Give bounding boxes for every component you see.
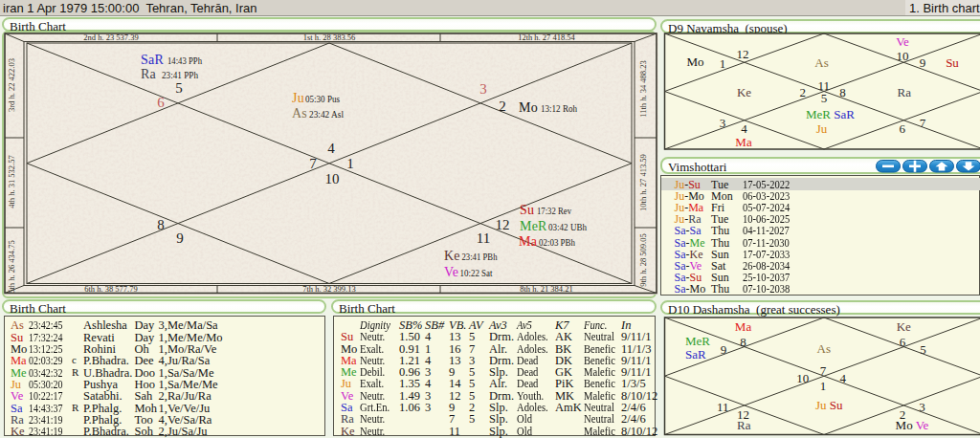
svg-text:2: 2 — [499, 99, 506, 114]
svg-text:As: As — [814, 55, 828, 70]
svg-text:6: 6 — [900, 335, 906, 349]
svg-text:1: 1 — [346, 156, 354, 171]
svg-text:11th h. 34 488.23: 11th h. 34 488.23 — [638, 60, 648, 117]
svg-text:Ve: Ve — [444, 265, 458, 279]
svg-text:23:42 Asl: 23:42 Asl — [309, 109, 344, 120]
svg-text:SaR: SaR — [685, 347, 706, 361]
svg-text:10: 10 — [897, 49, 909, 63]
svg-text:1: 1 — [820, 379, 827, 393]
svg-text:As: As — [817, 341, 831, 356]
svg-text:17:32 Rev: 17:32 Rev — [537, 206, 571, 216]
svg-text:Mo: Mo — [519, 100, 538, 115]
svg-text:03:42 UBh: 03:42 UBh — [548, 222, 587, 232]
svg-text:3: 3 — [720, 116, 726, 130]
svg-text:Ju: Ju — [816, 121, 828, 136]
svg-text:8: 8 — [839, 85, 846, 99]
svg-text:Ke: Ke — [737, 85, 751, 99]
svg-text:11: 11 — [477, 230, 490, 246]
svg-text:MeR: MeR — [520, 219, 547, 233]
svg-text:8: 8 — [740, 335, 746, 349]
svg-text:Ve: Ve — [896, 34, 909, 49]
svg-text:12: 12 — [496, 217, 510, 232]
svg-text:Su: Su — [520, 203, 534, 217]
svg-text:7: 7 — [309, 156, 317, 171]
svg-text:5: 5 — [821, 91, 828, 105]
svg-text:5th h. 26 434.75: 5th h. 26 434.75 — [7, 240, 16, 294]
svg-text:4: 4 — [840, 371, 847, 385]
svg-text:Ju: Ju — [292, 91, 304, 105]
svg-text:02:03 PBh: 02:03 PBh — [539, 237, 575, 248]
svg-text:7th h. 32 399.13: 7th h. 32 399.13 — [302, 284, 356, 294]
svg-text:Ma: Ma — [735, 319, 752, 334]
svg-text:1: 1 — [720, 56, 726, 71]
svg-text:Ju Su: Ju Su — [815, 398, 843, 412]
svg-text:SaR: SaR — [141, 53, 164, 67]
svg-text:4: 4 — [741, 121, 747, 136]
svg-text:23:41 PPh: 23:41 PPh — [162, 70, 198, 80]
svg-text:5: 5 — [175, 80, 183, 96]
svg-text:Su: Su — [946, 55, 959, 70]
svg-text:10:22 Sat: 10:22 Sat — [460, 268, 493, 278]
svg-text:9th h. 28 509.05: 9th h. 28 509.05 — [638, 233, 648, 287]
svg-text:05:30 Pus: 05:30 Pus — [305, 94, 340, 104]
svg-text:Ra: Ra — [897, 85, 911, 99]
svg-text:1st h. 28 383.56: 1st h. 28 383.56 — [303, 33, 356, 42]
svg-text:8th h. 21 384.21: 8th h. 21 384.21 — [520, 284, 573, 294]
svg-text:Ra: Ra — [141, 67, 157, 81]
svg-text:MeR: MeR — [685, 334, 710, 348]
svg-text:Mo: Mo — [686, 55, 703, 69]
svg-text:13:12 Roh: 13:12 Roh — [541, 103, 577, 114]
svg-text:2nd h. 23 537.39: 2nd h. 23 537.39 — [83, 33, 138, 42]
svg-text:Ra: Ra — [737, 418, 751, 432]
svg-text:3: 3 — [479, 81, 487, 97]
svg-text:10: 10 — [796, 371, 809, 385]
svg-text:4: 4 — [327, 141, 335, 156]
svg-text:Ke: Ke — [897, 319, 911, 334]
svg-text:8: 8 — [157, 217, 165, 232]
svg-text:9: 9 — [176, 230, 184, 246]
svg-text:6: 6 — [899, 121, 905, 136]
svg-text:4th h. 31 532.57: 4th h. 31 532.57 — [7, 155, 16, 208]
svg-text:11: 11 — [717, 400, 729, 414]
svg-text:As: As — [292, 106, 307, 120]
svg-text:3rd h. 22 422.03: 3rd h. 22 422.03 — [7, 58, 16, 112]
svg-text:23:41 PBh: 23:41 PBh — [462, 252, 498, 262]
svg-text:Ma: Ma — [519, 234, 538, 249]
svg-text:12: 12 — [737, 47, 749, 61]
svg-text:7: 7 — [920, 116, 926, 130]
svg-text:MeR SaR: MeR SaR — [806, 107, 855, 121]
svg-text:6: 6 — [157, 95, 165, 110]
svg-text:Ke: Ke — [444, 249, 460, 263]
svg-text:6th h. 38 577.79: 6th h. 38 577.79 — [84, 284, 138, 294]
svg-text:5: 5 — [920, 342, 926, 357]
svg-text:2: 2 — [800, 85, 807, 99]
svg-text:9: 9 — [920, 55, 926, 70]
svg-text:3: 3 — [919, 400, 925, 414]
svg-text:7: 7 — [820, 363, 827, 378]
svg-text:9: 9 — [721, 342, 727, 357]
svg-text:10: 10 — [325, 171, 340, 186]
svg-text:Mo Ve: Mo Ve — [896, 418, 929, 432]
svg-text:Ma: Ma — [735, 135, 752, 149]
svg-text:10th h. 27 413.59: 10th h. 27 413.59 — [638, 154, 648, 211]
svg-text:14:43 PPh: 14:43 PPh — [167, 55, 202, 66]
svg-text:12th h. 27 418.54: 12th h. 27 418.54 — [518, 33, 575, 42]
